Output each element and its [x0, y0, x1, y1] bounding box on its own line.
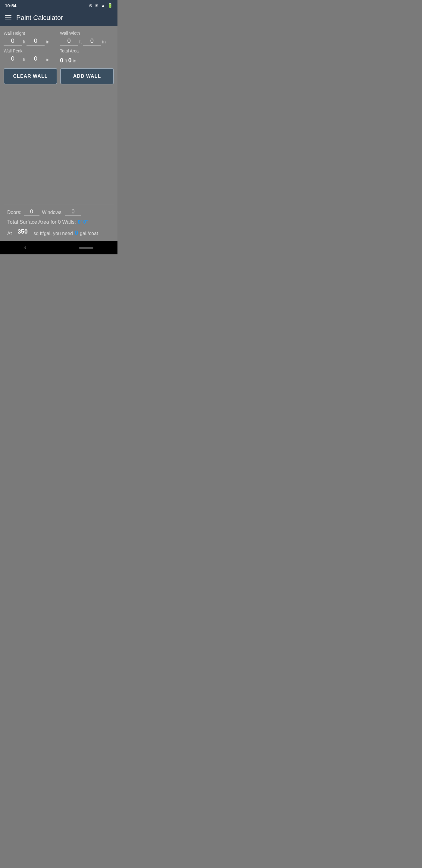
wall-height-ft-input[interactable] [4, 37, 22, 45]
clear-wall-button[interactable]: CLEAR WALL [4, 68, 57, 84]
height-width-row: Wall Height ft in Wall Width ft in [4, 31, 114, 45]
gal-coat-label: gal./coat [80, 231, 98, 236]
total-surface-row: Total Surface Area for 0 Walls: 0' 0" [7, 219, 110, 225]
wall-height-ft-unit: ft [23, 39, 25, 45]
gallons-needed-value: 0 [75, 229, 78, 236]
total-surface-label: Total Surface Area for 0 Walls: [7, 219, 76, 225]
back-button[interactable]: ‹ [24, 244, 26, 252]
wifi-icon: ▲ [101, 3, 105, 8]
wall-peak-ft-input[interactable] [4, 55, 22, 63]
doors-windows-row: Doors: Windows: [7, 209, 110, 216]
wall-height-label: Wall Height [4, 31, 58, 36]
wall-height-in-unit: in [46, 39, 50, 45]
nav-bar: ‹ [0, 241, 118, 254]
wall-height-in-input[interactable] [27, 37, 44, 45]
status-time: 10:54 [5, 3, 16, 8]
wall-width-ft-unit: ft [79, 39, 82, 45]
wall-height-inputs: ft in [4, 37, 58, 45]
wall-width-in-input[interactable] [83, 37, 101, 45]
battery-icon: 🔋 [107, 3, 112, 8]
sqft-per-gal-input[interactable] [13, 228, 32, 236]
home-pill[interactable] [79, 247, 93, 249]
windows-label: Windows: [42, 210, 63, 215]
doors-input[interactable] [24, 209, 39, 216]
notify-icon: ⊙ [89, 3, 93, 8]
doors-label: Doors: [7, 210, 21, 215]
sqft-per-gal-label: sq ft/gal. you need [33, 231, 73, 236]
total-area-in-value: 0 [68, 57, 71, 64]
windmill-icon: ✳ [95, 3, 98, 8]
app-title: Paint Calculator [16, 14, 63, 22]
toolbar: Paint Calculator [0, 11, 118, 26]
wall-peak-inputs: ft in [4, 55, 58, 63]
wall-width-group: Wall Width ft in [60, 31, 114, 45]
wall-width-inputs: ft in [60, 37, 114, 45]
summary-area: Doors: Windows: Total Surface Area for 0… [4, 205, 114, 241]
wall-peak-in-unit: in [46, 57, 50, 63]
menu-icon[interactable] [5, 16, 11, 20]
total-area-ft-unit: ft [64, 58, 67, 64]
total-area-label: Total Area [60, 49, 114, 53]
main-content: Wall Height ft in Wall Width ft in Wall … [0, 26, 118, 241]
empty-space [4, 89, 114, 205]
total-surface-value: 0' 0" [78, 219, 89, 225]
windows-input[interactable] [65, 209, 81, 216]
peak-area-row: Wall Peak ft in Total Area 0 ft 0 in [4, 49, 114, 64]
sqft-calculation-row: At sq ft/gal. you need 0 gal./coat [7, 228, 110, 236]
total-area-group: Total Area 0 ft 0 in [60, 49, 114, 64]
action-buttons-row: CLEAR WALL ADD WALL [4, 68, 114, 84]
wall-peak-ft-unit: ft [23, 57, 25, 63]
wall-width-in-unit: in [102, 39, 106, 45]
wall-width-ft-input[interactable] [60, 37, 78, 45]
status-icons: ⊙ ✳ ▲ 🔋 [89, 3, 112, 8]
total-area-values: 0 ft 0 in [60, 55, 114, 64]
wall-width-label: Wall Width [60, 31, 114, 36]
wall-height-group: Wall Height ft in [4, 31, 58, 45]
at-label: At [7, 231, 12, 236]
wall-peak-in-input[interactable] [27, 55, 44, 63]
wall-peak-label: Wall Peak [4, 49, 58, 53]
wall-peak-group: Wall Peak ft in [4, 49, 58, 64]
total-area-ft-value: 0 [60, 57, 63, 64]
total-area-in-unit: in [73, 58, 76, 64]
status-bar: 10:54 ⊙ ✳ ▲ 🔋 [0, 0, 118, 11]
add-wall-button[interactable]: ADD WALL [60, 68, 114, 84]
